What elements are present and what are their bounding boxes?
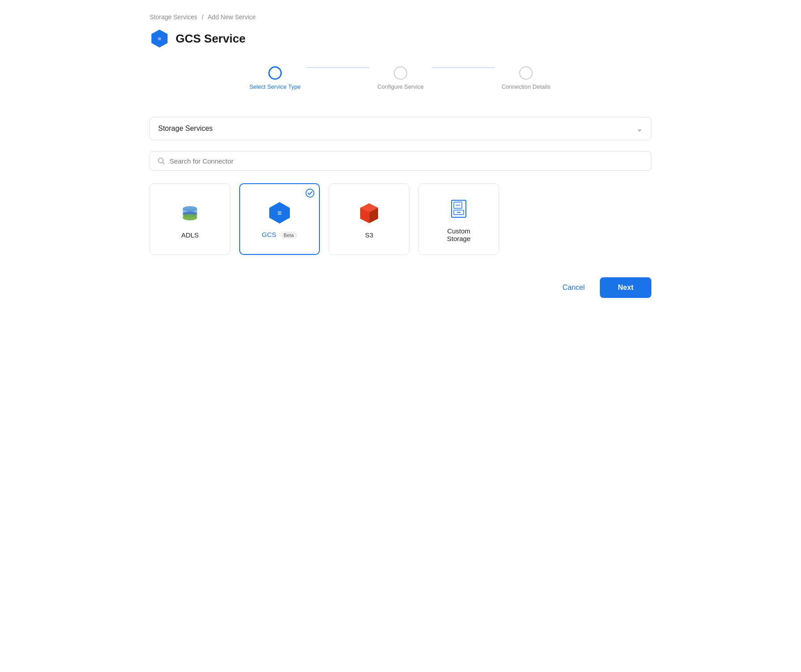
breadcrumb-separator: / (202, 13, 204, 21)
beta-badge: Beta (280, 232, 297, 239)
service-card-custom-storage[interactable]: CustomStorage (418, 183, 499, 255)
cancel-button[interactable]: Cancel (555, 279, 593, 296)
svg-line-3 (163, 162, 164, 164)
s3-label: S3 (365, 231, 373, 239)
service-cards-grid: ADLS ≡ GCS Beta (150, 183, 651, 255)
custom-storage-label: CustomStorage (447, 227, 471, 242)
step-1-circle (268, 66, 282, 80)
step-3-circle (519, 66, 533, 80)
svg-point-2 (158, 158, 163, 163)
step-2[interactable]: Configure Service (369, 66, 432, 90)
footer-actions: Cancel Next (150, 277, 651, 298)
breadcrumb-part1[interactable]: Storage Services (150, 13, 198, 21)
dropdown-selected-value: Storage Services (158, 125, 213, 133)
step-2-label: Configure Service (377, 83, 423, 90)
page-title: GCS Service (176, 32, 245, 46)
step-line-1 (306, 67, 369, 68)
step-1-label: Select Service Type (250, 83, 301, 90)
breadcrumb: Storage Services / Add New Service (150, 13, 651, 21)
page-header: ≡ GCS Service (150, 29, 651, 48)
page-icon: ≡ (150, 29, 169, 48)
step-3[interactable]: Connection Details (495, 66, 557, 90)
adls-icon (177, 200, 203, 227)
gcs-label: GCS Beta (262, 231, 297, 239)
adls-label: ADLS (181, 231, 198, 239)
breadcrumb-part2: Add New Service (208, 13, 256, 21)
svg-text:≡: ≡ (277, 209, 281, 217)
gcs-service-icon: ≡ (150, 29, 169, 48)
svg-point-8 (183, 215, 197, 220)
service-card-adls[interactable]: ADLS (150, 183, 230, 255)
next-button[interactable]: Next (600, 277, 651, 298)
svg-text:≡: ≡ (158, 35, 161, 42)
step-1[interactable]: Select Service Type (244, 66, 306, 90)
search-container (150, 151, 651, 171)
service-card-s3[interactable]: S3 (329, 183, 409, 255)
s3-icon (356, 200, 383, 227)
search-input[interactable] (170, 157, 644, 165)
custom-storage-icon (445, 196, 472, 223)
chevron-down-icon: ⌄ (636, 124, 643, 134)
service-card-gcs[interactable]: ≡ GCS Beta (239, 183, 320, 255)
check-icon (306, 189, 314, 200)
stepper: Select Service Type Configure Service Co… (150, 62, 651, 99)
step-2-circle (394, 66, 407, 80)
step-line-2 (432, 67, 495, 68)
svg-point-9 (306, 189, 314, 197)
search-icon (157, 157, 165, 165)
service-type-dropdown[interactable]: Storage Services ⌄ (150, 117, 651, 140)
step-3-label: Connection Details (501, 83, 550, 90)
gcs-icon: ≡ (266, 199, 293, 226)
